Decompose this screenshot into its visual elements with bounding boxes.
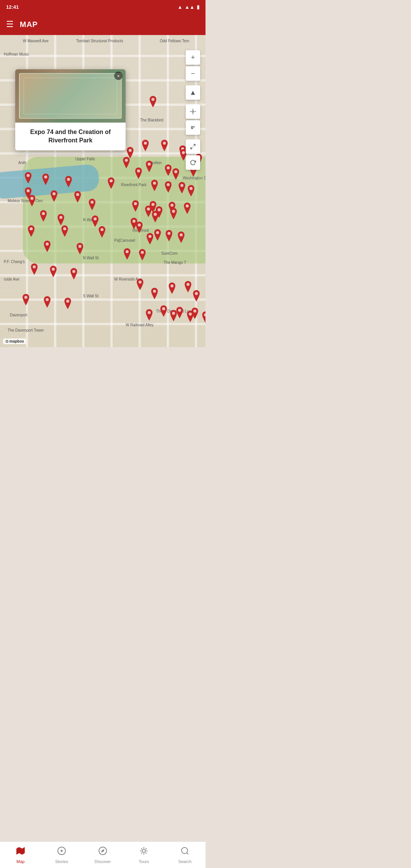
map-marker[interactable]	[131, 200, 140, 212]
svg-point-22	[190, 187, 193, 190]
map-marker[interactable]	[160, 140, 169, 151]
map-marker[interactable]	[88, 199, 97, 210]
fullscreen-button[interactable]	[186, 139, 200, 154]
street-label: Tombari Structural Products	[76, 39, 123, 43]
map-marker[interactable]	[134, 168, 143, 179]
svg-point-56	[186, 283, 190, 286]
map-marker[interactable]	[60, 225, 69, 237]
svg-point-59	[195, 292, 198, 295]
map-marker[interactable]	[91, 215, 100, 227]
map-marker[interactable]	[159, 305, 168, 317]
map-controls: + − ▲ 0°	[186, 50, 200, 170]
map-marker[interactable]	[145, 233, 155, 244]
map-marker[interactable]	[171, 168, 180, 180]
map-marker[interactable]	[145, 309, 154, 321]
map-marker[interactable]	[177, 231, 186, 243]
svg-point-52	[33, 265, 36, 268]
map-marker[interactable]	[27, 225, 36, 237]
map-marker[interactable]	[97, 226, 107, 238]
map-marker[interactable]	[135, 222, 144, 233]
compass-button[interactable]: 0°	[186, 120, 200, 135]
street-label: Mobius Science Cen.	[8, 199, 44, 203]
svg-point-58	[153, 290, 156, 293]
map-marker[interactable]	[169, 310, 178, 321]
map-marker[interactable]	[186, 311, 195, 322]
street-label: rside Ave	[4, 277, 19, 281]
locate-button[interactable]	[186, 104, 200, 119]
map-marker[interactable]	[169, 208, 178, 219]
map-marker[interactable]	[27, 195, 37, 206]
map-marker[interactable]	[138, 249, 147, 260]
map-marker[interactable]	[24, 172, 33, 183]
map-marker[interactable]	[141, 140, 150, 151]
svg-point-45	[167, 232, 170, 235]
svg-point-54	[72, 270, 75, 273]
map-marker[interactable]	[30, 263, 39, 275]
map-marker[interactable]	[43, 241, 52, 252]
svg-point-34	[172, 210, 175, 213]
map-marker[interactable]	[201, 311, 206, 323]
time: 12:41	[6, 4, 19, 10]
map-marker[interactable]	[63, 298, 72, 309]
map-marker[interactable]	[39, 210, 48, 222]
map-marker[interactable]	[135, 279, 145, 290]
map-marker[interactable]	[123, 248, 132, 260]
map-marker[interactable]	[49, 266, 58, 277]
refresh-button[interactable]	[186, 155, 200, 170]
map-container[interactable]: W Maxwell AveTombari Structural Products…	[0, 35, 206, 347]
map-marker[interactable]	[56, 214, 65, 225]
map-marker[interactable]	[148, 96, 158, 107]
map-marker[interactable]	[186, 185, 196, 196]
svg-point-23	[27, 189, 30, 192]
map-marker[interactable]	[151, 211, 160, 222]
map-marker[interactable]	[107, 177, 116, 189]
map-marker[interactable]	[122, 157, 131, 168]
map-marker[interactable]	[150, 180, 159, 191]
map-marker[interactable]	[41, 174, 50, 185]
battery-icon: ▮	[197, 4, 199, 10]
map-marker[interactable]	[145, 161, 154, 172]
svg-point-31	[186, 204, 189, 207]
map-marker[interactable]	[167, 282, 177, 294]
map-marker[interactable]	[73, 191, 82, 203]
map-marker[interactable]	[75, 243, 84, 254]
street-label: The Blackbird	[140, 118, 163, 122]
svg-point-62	[66, 300, 69, 303]
map-marker[interactable]	[21, 294, 30, 305]
street-label: Hoffman Music	[4, 52, 29, 56]
svg-point-60	[24, 296, 27, 299]
svg-point-28	[134, 202, 137, 205]
map-marker[interactable]	[150, 288, 159, 299]
map-marker[interactable]	[43, 296, 52, 308]
street-label: W Railroad Alley	[126, 323, 153, 327]
map-marker[interactable]	[64, 176, 73, 187]
svg-point-48	[46, 243, 49, 246]
street-label: Pa[Carousel	[114, 238, 135, 243]
map-marker[interactable]	[183, 203, 192, 214]
svg-point-16	[44, 176, 47, 179]
svg-point-20	[167, 183, 170, 186]
svg-point-68	[189, 313, 192, 316]
app-bar: ☰ MAP	[0, 14, 206, 35]
map-marker[interactable]	[69, 268, 78, 279]
north-button[interactable]: ▲	[186, 85, 200, 100]
map-marker[interactable]	[183, 281, 193, 292]
map-marker[interactable]	[192, 290, 201, 302]
menu-button[interactable]: ☰	[6, 19, 14, 29]
popup-image	[15, 69, 126, 123]
svg-point-27	[91, 201, 94, 204]
map-marker[interactable]	[49, 190, 59, 202]
street-label: The Davenport Tower	[8, 328, 44, 332]
svg-point-64	[178, 309, 181, 312]
popup-close-button[interactable]: ×	[114, 72, 123, 80]
svg-point-67	[172, 312, 175, 315]
svg-point-57	[170, 284, 174, 287]
zoom-out-button[interactable]: −	[186, 66, 200, 81]
svg-point-40	[138, 223, 141, 227]
map-marker[interactable]	[177, 182, 186, 193]
map-marker[interactable]	[164, 181, 173, 193]
map-marker[interactable]	[164, 230, 174, 241]
svg-point-66	[148, 311, 151, 314]
zoom-in-button[interactable]: +	[186, 50, 200, 65]
mapbox-attribution: ⊙ mapbox	[3, 338, 26, 344]
